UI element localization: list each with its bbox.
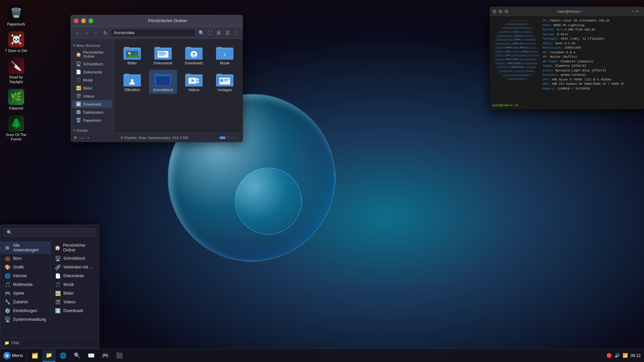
sm-place-downloads[interactable]: ⬇️ Downloads [51, 306, 99, 315]
sm-item-zubehoer[interactable]: 🔧 Zubehör [0, 298, 50, 306]
svg-rect-31 [158, 78, 168, 84]
sidebar-item-schreibtisch[interactable]: 🖥️ Schreibtisch [72, 60, 112, 68]
taskbar-item-terminal[interactable]: ⬛ [113, 350, 126, 362]
sm-place-bilder[interactable]: 🖼️ Bilder [51, 289, 99, 298]
fm-minimize-button[interactable] [81, 18, 86, 23]
fm-up-button[interactable]: ↑ [92, 29, 100, 37]
folder-schreibtisch[interactable]: Schreibtisch [149, 70, 177, 94]
sidebar-item-downloads[interactable]: ⬇️ Downloads [72, 100, 112, 108]
desktop-icon-sonsofforest[interactable]: 🌲 Sons Of The Forest [3, 114, 30, 143]
sm-item-buero[interactable]: 💼 Büro [0, 254, 50, 263]
sm-item-spiele[interactable]: 🎮 Spiele [0, 289, 50, 298]
fm-menu-button[interactable]: ⋮ [232, 29, 240, 37]
taskbar-item-folder[interactable]: 📁 [42, 350, 56, 362]
sm-place-dokumente[interactable]: 📄 Dokumente [51, 272, 99, 280]
oeffentlich-folder-icon [123, 72, 141, 86]
sm-item-multimedia[interactable]: 🎵 Multimedia [0, 280, 50, 289]
start-menu-search-input[interactable] [14, 230, 93, 235]
sm-place-schreibtisch[interactable]: 🖥️ Schreibtisch [51, 254, 99, 263]
downloads-folder-icon [185, 45, 203, 60]
desktop-icons-container: 🗑️ Papierkorb ☠️ 7 Days to Die 🔪 Dead by… [3, 3, 30, 143]
sonsofforest-label: Sons Of The Forest [4, 133, 28, 141]
sm-item-internet[interactable]: 🌐 Internet [0, 272, 50, 280]
folder-small-icon: 📁 [4, 341, 9, 345]
desktop-icon-7days[interactable]: ☠️ 7 Days to Die [3, 30, 30, 54]
sidebar-item-dokumente[interactable]: 📄 Dokumente [72, 68, 112, 76]
internet-icon: 🌐 [4, 273, 10, 279]
fm-maximize-button[interactable] [89, 18, 93, 23]
sidebar-item-dateisystem[interactable]: ⚙️ Dateisystem [72, 108, 112, 116]
sidebar-item-bilder[interactable]: 🖼️ Bilder [72, 84, 112, 92]
folder-dokumente[interactable]: Dokumente [149, 43, 177, 67]
svg-rect-11 [159, 53, 167, 54]
taskbar-item-search[interactable]: 🔍 [70, 350, 84, 362]
terminal-close-button[interactable] [492, 9, 496, 13]
vorlagen-folder-icon [216, 72, 233, 86]
sidebar-item-papierkorb[interactable]: 🗑️ Papierkorb [72, 116, 112, 124]
taskbar-item-files[interactable]: 🗂️ [28, 350, 42, 362]
folder-oeffentlich[interactable]: Öffentlich [118, 70, 146, 94]
start-menu-search[interactable]: 🔍 [4, 228, 96, 237]
sidebar-header-geraete[interactable]: ▾ Geräte [70, 127, 114, 133]
sm-item-systemverwaltung[interactable]: 🖥️ Systemverwaltung [0, 315, 50, 324]
taskbar-item-mail[interactable]: ✉️ [85, 350, 98, 362]
sm-item-alle-anwendungen[interactable]: ⊞ Alle Anwendungen [0, 241, 50, 254]
fm-address-bar[interactable]: /home/mike [111, 29, 196, 37]
folder-downloads[interactable]: Downloads [180, 43, 208, 67]
fm-zoom-out[interactable]: — [80, 136, 84, 140]
sidebar-item-musik[interactable]: 🎵 Musik [72, 76, 112, 84]
folder-bilder[interactable]: Bilder [118, 43, 146, 67]
fm-refresh-button[interactable]: ↻ [101, 29, 109, 37]
svg-rect-41 [217, 74, 222, 76]
svg-rect-29 [155, 74, 160, 76]
sm-place-videos[interactable]: 🎬 Videos [51, 298, 99, 306]
terminal-close-x-icon: ✕ [636, 9, 639, 13]
taskbar-tray: 🔴 🔊 📶 06:12 [603, 353, 644, 358]
videos-folder-icon [185, 72, 203, 86]
fm-view-icon: ⊞ [74, 135, 77, 140]
sidebar-section-mein-rechner: ▾ Mein Rechner 🏠 Persönlicher Ordner 🖥️ … [70, 41, 114, 126]
sm-place-verbinden[interactable]: 🔗 Verbinden mit ... [51, 263, 99, 272]
sidebar-item-videos[interactable]: 🎬 Videos [72, 92, 112, 100]
fm-close-button[interactable] [74, 18, 78, 23]
svg-rect-18 [193, 56, 195, 57]
desktop-icon-papierkorb[interactable]: 🗑️ Papierkorb [3, 3, 30, 28]
sm-places-label-text: Orte [11, 341, 19, 345]
sm-places-toggle[interactable]: 📁 Orte [4, 340, 95, 346]
sidebar-header-mein-rechner[interactable]: ▾ Mein Rechner [70, 42, 114, 49]
fm-search-button[interactable]: 🔍 [197, 29, 205, 37]
taskbar-folder-icon: 📁 [46, 352, 52, 359]
fm-back-button[interactable]: ‹ [73, 29, 81, 37]
taskbar-item-browser[interactable]: 🌐 [56, 350, 70, 362]
sm-place-musik[interactable]: 🎵 Musik [51, 280, 99, 289]
terminal-maximize-button[interactable] [504, 9, 508, 13]
svg-rect-48 [6, 355, 8, 356]
tray-icon-volume[interactable]: 🔊 [614, 353, 620, 358]
fm-forward-button[interactable]: › [83, 29, 91, 37]
svg-rect-43 [220, 79, 223, 82]
terminal-minimize-button[interactable] [498, 9, 502, 13]
fm-grid-view-button[interactable]: ⊞ [215, 29, 223, 37]
folder-musik[interactable]: ♪ Musik [211, 43, 239, 67]
terminal-window: mike@fedora:~ — ✕ .;;;;;;;;;. .;cccccccc… [490, 7, 644, 109]
sm-item-einstellungen[interactable]: ⚙️ Einstellungen [0, 306, 50, 315]
file-manager-body: ▾ Mein Rechner 🏠 Persönlicher Ordner 🖥️ … [70, 39, 243, 133]
folder-videos[interactable]: Videos [180, 70, 208, 94]
sm-place-persoenlicher-ordner[interactable]: 🏠 Persönlicher Ordner [51, 241, 99, 254]
desktop-icon-deadbydaylight[interactable]: 🔪 Dead by Daylight [3, 56, 30, 85]
fm-list-view-button[interactable]: ☰ [223, 29, 231, 37]
terminal-menu-icon: — [631, 9, 635, 13]
dokumente-folder-icon [154, 45, 172, 60]
bubble-decoration-small [235, 168, 302, 235]
taskbar-start-button[interactable]: Menü [0, 349, 27, 362]
dokumente-folder-label: Dokumente [154, 61, 172, 65]
folder-vorlagen[interactable]: Vorlagen [211, 70, 239, 94]
sidebar-item-persoenlicher-ordner[interactable]: 🏠 Persönlicher Ordner [72, 49, 112, 60]
fm-zoom-in[interactable]: + [87, 136, 89, 140]
fm-fullscreen-button[interactable]: ⛶ [206, 29, 214, 37]
terminal-body: .;;;;;;;;;. .;ccccccccccc;. .;cccccccccc… [490, 16, 644, 103]
taskbar-item-steam[interactable]: 🎮 [99, 350, 112, 362]
sm-item-grafik[interactable]: 🎨 Grafik [0, 263, 50, 272]
fm-status-text: 8 Objekte, freier Speicherplatz: 916,3 G… [93, 136, 216, 140]
desktop-icon-palworld[interactable]: 🌿 Palworld [3, 87, 30, 112]
